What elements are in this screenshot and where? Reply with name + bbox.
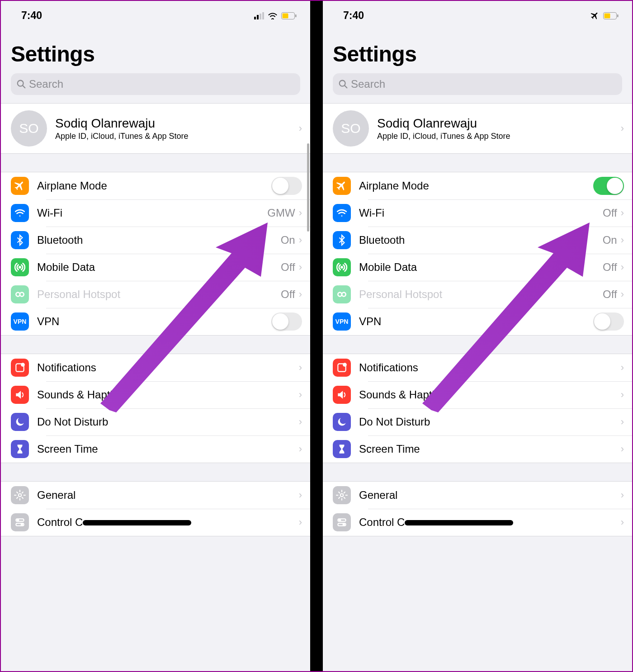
svg-point-9 (21, 363, 25, 367)
search-input[interactable]: Search (11, 73, 300, 95)
mobile-data-label: Mobile Data (37, 261, 281, 274)
sounds-label: Sounds & Haptics (37, 388, 299, 401)
search-input[interactable]: Search (333, 73, 622, 95)
apple-id-row[interactable]: SO Sodiq Olanrewaju Apple ID, iCloud, iT… (1, 104, 310, 153)
bluetooth-icon (11, 231, 29, 249)
wifi-value: Off (603, 207, 617, 219)
airplane-toggle[interactable] (593, 177, 624, 195)
svg-rect-1 (295, 14, 297, 17)
chevron-right-icon: › (299, 261, 302, 273)
general-row[interactable]: General › (1, 482, 310, 509)
airplane-mode-row[interactable]: Airplane Mode (1, 172, 310, 199)
system-group: General › Control CentreControl C › (1, 481, 310, 536)
status-bar: 7:40 (323, 1, 632, 28)
chevron-right-icon: › (621, 389, 624, 401)
vpn-row[interactable]: VPN VPN (323, 308, 632, 335)
phone-right: 7:40 Settings Search SO Sodiq Olanrewaju… (323, 1, 632, 671)
scrollbar[interactable] (307, 143, 309, 232)
gear-icon (11, 486, 29, 504)
control-center-row[interactable]: Control CentreControl C › (1, 509, 310, 536)
notifications-label: Notifications (37, 361, 299, 374)
hotspot-label: Personal Hotspot (359, 288, 603, 301)
chevron-right-icon: › (299, 362, 302, 374)
status-indicators (590, 11, 619, 20)
app-group: Notifications › Sounds & Haptics › Do No… (323, 354, 632, 463)
profile-subtitle: Apple ID, iCloud, iTunes & App Store (55, 132, 299, 141)
control-center-label: Control CentreControl C (359, 516, 621, 529)
dnd-row[interactable]: Do Not Disturb › (323, 408, 632, 435)
profile-name: Sodiq Olanrewaju (55, 116, 299, 131)
dnd-row[interactable]: Do Not Disturb › (1, 408, 310, 435)
vpn-label: VPN (37, 315, 271, 328)
chevron-right-icon: › (299, 389, 302, 401)
svg-point-14 (21, 524, 23, 525)
battery-icon (281, 12, 297, 19)
chevron-right-icon: › (621, 289, 624, 300)
status-time: 7:40 (343, 9, 364, 22)
airplane-mode-row[interactable]: Airplane Mode (323, 172, 632, 199)
mobile-data-row[interactable]: Mobile Data Off › (323, 254, 632, 281)
hotspot-row[interactable]: Personal Hotspot Off › (1, 281, 310, 308)
search-placeholder: Search (29, 78, 63, 90)
hotspot-value: Off (281, 288, 295, 301)
svg-point-29 (339, 520, 340, 521)
control-center-row[interactable]: Control CentreControl C › (323, 509, 632, 536)
airplane-toggle[interactable] (271, 177, 302, 195)
svg-rect-18 (605, 13, 610, 18)
sounds-row[interactable]: Sounds & Haptics › (323, 381, 632, 408)
general-row[interactable]: General › (323, 482, 632, 509)
svg-point-21 (341, 266, 342, 268)
hourglass-icon (11, 440, 29, 458)
mobile-data-value: Off (281, 261, 295, 274)
moon-icon (333, 413, 351, 431)
sounds-row[interactable]: Sounds & Haptics › (1, 381, 310, 408)
hotspot-row[interactable]: Personal Hotspot Off › (323, 281, 632, 308)
gear-icon (333, 486, 351, 504)
hotspot-icon (333, 285, 351, 303)
wifi-row[interactable]: Wi-Fi GMW › (1, 199, 310, 227)
wifi-row[interactable]: Wi-Fi Off › (323, 199, 632, 227)
svg-rect-2 (283, 13, 288, 18)
svg-point-23 (342, 293, 346, 297)
bluetooth-label: Bluetooth (359, 234, 603, 246)
vpn-icon: VPN (333, 312, 351, 331)
hourglass-icon (333, 440, 351, 458)
status-time: 7:40 (21, 9, 42, 22)
chevron-right-icon: › (299, 489, 302, 501)
search-icon (16, 79, 26, 89)
vpn-toggle[interactable] (271, 312, 302, 331)
notifications-row[interactable]: Notifications › (1, 354, 310, 381)
airplane-label: Airplane Mode (359, 180, 593, 192)
bluetooth-row[interactable]: Bluetooth On › (1, 227, 310, 254)
vpn-icon: VPN (11, 312, 29, 331)
mobile-data-label: Mobile Data (359, 261, 603, 274)
wifi-value: GMW (267, 207, 295, 219)
vpn-toggle[interactable] (593, 312, 624, 331)
screentime-row[interactable]: Screen Time › (1, 435, 310, 463)
svg-line-4 (23, 86, 25, 88)
chevron-right-icon: › (299, 234, 302, 246)
screentime-label: Screen Time (37, 443, 299, 455)
svg-line-20 (345, 86, 347, 88)
vpn-row[interactable]: VPN VPN (1, 308, 310, 335)
screentime-label: Screen Time (359, 443, 621, 455)
connectivity-group: Airplane Mode Wi-Fi Off › Bluetooth On ›… (323, 172, 632, 336)
wifi-label: Wi-Fi (359, 207, 603, 219)
sound-icon (11, 386, 29, 404)
apple-id-row[interactable]: SO Sodiq Olanrewaju Apple ID, iCloud, iT… (323, 104, 632, 153)
page-header: Settings (1, 28, 310, 73)
chevron-right-icon: › (621, 362, 624, 374)
app-group: Notifications › Sounds & Haptics › Do No… (1, 354, 310, 463)
sounds-label: Sounds & Haptics (359, 388, 621, 401)
mobile-data-row[interactable]: Mobile Data Off › (1, 254, 310, 281)
system-group: General › Control CentreControl C › (323, 481, 632, 536)
bluetooth-row[interactable]: Bluetooth On › (323, 227, 632, 254)
airplane-icon (11, 177, 29, 195)
screentime-row[interactable]: Screen Time › (323, 435, 632, 463)
vpn-label: VPN (359, 315, 593, 328)
svg-point-3 (18, 80, 24, 86)
profile-name: Sodiq Olanrewaju (377, 116, 621, 131)
notifications-row[interactable]: Notifications › (323, 354, 632, 381)
wifi-row-icon (11, 204, 29, 222)
svg-point-25 (343, 363, 347, 367)
